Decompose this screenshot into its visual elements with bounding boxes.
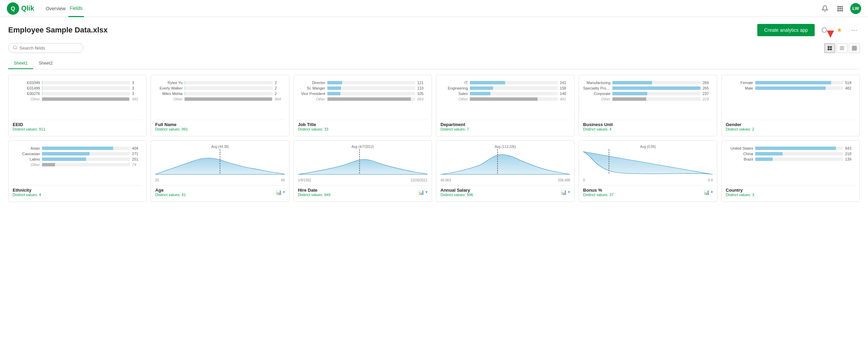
svg-rect-6 [839,8,841,9]
ethnicity-distinct: Distinct values: 4 [13,193,142,197]
svg-rect-7 [841,8,843,9]
bonus-chart: Avg (0.09) 0 0.4 [583,145,713,182]
age-avg: Avg (44.38) [155,145,285,149]
table-view-button[interactable] [849,43,860,53]
salary-area-svg [440,149,570,177]
businessunit-title: Business Unit [583,122,713,127]
department-chart: IT241 Engineering158 Sales140 Other461 [440,79,570,117]
salary-chevron-icon[interactable]: ▾ [568,190,570,195]
svg-rect-5 [838,8,839,9]
tab-sheet1[interactable]: Sheet1 [8,58,33,69]
svg-rect-4 [841,6,843,7]
age-chart-icon[interactable]: 📊 [276,190,282,195]
view-controls: ▼ [824,43,860,53]
svg-rect-9 [839,10,841,11]
gender-chart: Female518 Male482 [726,79,855,117]
fullname-distinct: Distinct values: 991 [155,127,285,131]
salary-distinct: Distinct values: 996 [440,193,473,197]
hiredate-distinct: Distinct values: 949 [298,193,330,197]
gender-title: Gender [726,122,855,127]
fullname-title: Full Name [155,122,285,127]
card-fullname: Rylee Yu2 Everly Walker2 Miles Mehta2 Ot… [151,75,289,136]
ethnicity-title: Ethnicity [13,188,142,193]
jobtitle-title: Job Title [298,122,428,127]
cards-row-1: E033493 E014993 E002763 Other991 EEID Di… [8,75,860,136]
svg-line-13 [16,49,17,50]
businessunit-distinct: Distinct values: 4 [583,127,713,131]
department-distinct: Distinct values: 7 [440,127,570,131]
qlik-logo-icon: Q [7,2,19,15]
search-box[interactable] [8,43,83,53]
logo[interactable]: Q Qlik [7,2,34,15]
svg-rect-15 [830,46,832,48]
search-input[interactable] [19,45,79,51]
jobtitle-distinct: Distinct values: 33 [298,127,428,131]
age-axis: 25 65 [155,178,285,182]
country-chart: United States643 China218 Brazil139 [726,145,855,182]
jobtitle-chart: Director121 Sr. Manger110 Vice President… [298,79,428,117]
age-chart: Avg (44.38) 25 65 [155,145,285,182]
more-options-icon[interactable]: ··· [849,25,860,36]
page-header: Employee Sample Data.xlsx Create analyti… [8,24,860,36]
hiredate-title: Hire Date [298,188,330,193]
eeid-chart: E033493 E014993 E002763 Other991 [13,79,142,117]
nav-fields[interactable]: Fields [68,0,84,17]
bonus-distinct: Distinct values: 37 [583,193,613,197]
svg-rect-3 [839,6,841,7]
card-bonuspct: Avg (0.09) 0 0.4 Bonus % Distinct values… [579,140,717,202]
header-right: LW [820,3,861,14]
tab-sheet2[interactable]: Sheet2 [33,58,58,69]
age-distinct: Distinct values: 41 [155,193,186,197]
svg-rect-2 [838,6,839,7]
main-content: Employee Sample Data.xlsx Create analyti… [0,17,868,209]
age-area-svg [155,149,285,177]
ethnicity-chart: Asian404 Caucasian271 Latino251 Other74 [13,145,142,182]
hiredate-axis: 1/9/1992 12/26/2021 [298,178,428,182]
nav-overview[interactable]: Overview [44,0,67,17]
page-actions: Create analytics app ★ ··· [757,24,860,36]
hiredate-avg: Avg (4/7/2012) [298,145,428,149]
card-eeid: E033493 E014993 E002763 Other991 EEID Di… [8,75,147,136]
businessunit-chart: Manufacturing269 Speciality Products265 … [583,79,713,117]
header: Q Qlik Overview Fields LW [0,0,868,17]
page-title: Employee Sample Data.xlsx [8,26,108,35]
hiredate-chart-icon[interactable]: 📊 [418,190,424,195]
bonus-axis: 0 0.4 [583,178,713,182]
list-view-button[interactable] [837,43,847,53]
card-gender: Female518 Male482 Gender Distinct values… [721,75,860,136]
gender-distinct: Distinct values: 2 [726,127,855,131]
eeid-distinct: Distinct values: 911 [13,127,142,131]
bonus-area-svg [583,149,713,177]
country-distinct: Distinct values: 3 [726,193,855,197]
age-chevron-icon[interactable]: ▾ [283,190,285,195]
notification-bell-icon[interactable] [820,4,830,13]
svg-text:Q: Q [11,6,15,12]
card-hiredate: Avg (4/7/2012) 1/9/1992 12/26/2021 Hire … [294,140,432,202]
hiredate-chevron-icon[interactable]: ▾ [425,190,428,195]
user-avatar[interactable]: LW [850,3,861,14]
salary-axis: 40,063 258,498 [440,178,570,182]
svg-rect-16 [828,48,829,50]
bonus-chart-icon[interactable]: 📊 [704,190,709,195]
country-title: Country [726,188,855,193]
svg-rect-14 [828,46,829,48]
svg-point-12 [13,46,16,49]
hiredate-chart: Avg (4/7/2012) 1/9/1992 12/26/2021 [298,145,428,182]
salary-chart-icon[interactable]: 📊 [561,190,567,195]
card-jobtitle: Director121 Sr. Manger110 Vice President… [294,75,432,136]
bonus-avg: Avg (0.09) [583,145,713,149]
svg-rect-10 [841,10,843,11]
apps-grid-icon[interactable] [835,4,845,13]
bonus-title: Bonus % [583,188,613,193]
grid-view-button[interactable] [824,43,835,53]
salary-avg: Avg (113.22k) [440,145,570,149]
sheet-tabs: Sheet1 Sheet2 [8,58,860,69]
card-businessunit: Manufacturing269 Speciality Products265 … [579,75,717,136]
create-analytics-app-button[interactable]: Create analytics app [757,24,815,36]
bonus-chevron-icon[interactable]: ▾ [711,190,713,195]
salary-title: Annual Salary [440,188,473,193]
department-title: Department [440,122,570,127]
search-icon [13,45,17,51]
card-department: IT241 Engineering158 Sales140 Other461 D… [436,75,574,136]
svg-rect-17 [830,48,832,50]
